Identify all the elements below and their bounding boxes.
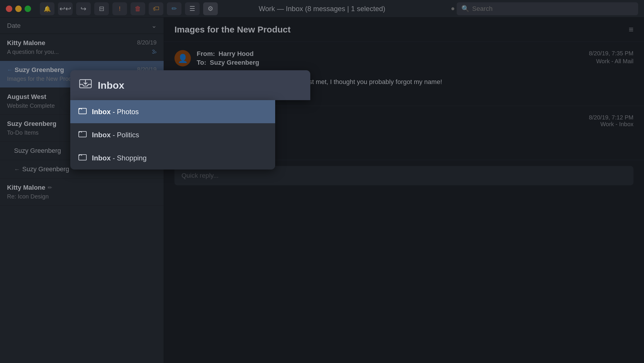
svg-rect-4 [79, 155, 86, 160]
folder-icon-photos [78, 107, 87, 117]
inbox-folder-icon [79, 77, 92, 93]
inbox-popup-header: Inbox [70, 70, 310, 100]
inbox-option-politics[interactable]: Inbox - Politics [70, 123, 275, 146]
inbox-option-shopping[interactable]: Inbox - Shopping [70, 146, 275, 169]
inbox-option-photos-label: Inbox - Photos [92, 108, 139, 116]
svg-rect-2 [79, 108, 86, 114]
inbox-dropdown: Inbox - Photos Inbox - Politics [70, 100, 275, 169]
folder-icon-politics [78, 130, 87, 140]
inbox-option-photos[interactable]: Inbox - Photos [70, 100, 275, 123]
folder-icon-shopping [78, 153, 87, 163]
inbox-popup-title: Inbox [98, 80, 124, 91]
dimmed-overlay [0, 0, 644, 363]
inbox-option-politics-label: Inbox - Politics [92, 131, 139, 139]
inbox-option-shopping-label: Inbox - Shopping [92, 154, 147, 162]
inbox-popup: Inbox Inbox - Photos [70, 70, 310, 169]
svg-rect-3 [79, 131, 86, 137]
